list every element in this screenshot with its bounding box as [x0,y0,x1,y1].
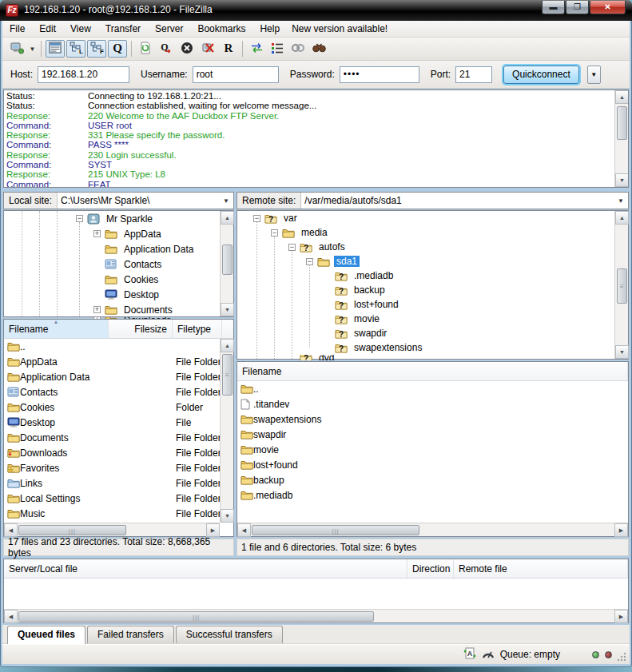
menu-item-edit[interactable]: Edit [32,22,63,36]
log-vertical-scrollbar[interactable]: ▲ ▼ [614,90,628,187]
file-row-music[interactable]: MusicFile Folder [4,506,220,521]
scroll-up-arrow[interactable]: ▲ [221,339,234,352]
expand-plus-icon[interactable]: + [93,230,101,237]
toggle-transfer-queue-button[interactable]: Q [108,40,127,58]
scroll-left-arrow[interactable]: ◀ [4,610,18,623]
scroll-down-arrow[interactable]: ▼ [221,303,234,316]
chevron-down-icon[interactable]: ▼ [618,197,624,205]
title-bar[interactable]: Fz 192.168.1.20 - root@192.168.1.20 - Fi… [0,0,632,21]
tab-failed-transfers[interactable]: Failed transfers [87,626,174,643]
tree-item-backup[interactable]: ?backup [237,283,628,297]
file-row-desktop[interactable]: DesktopFile [4,415,220,430]
host-input[interactable] [38,66,129,83]
scroll-thumb[interactable]: ≡ [222,354,233,396]
scroll-left-arrow[interactable]: ◀ [237,523,251,537]
queue-horizontal-scrollbar[interactable]: ◀ ||| ▶ [4,609,628,622]
scroll-down-arrow[interactable]: ▼ [615,345,629,359]
tree-item-sda1[interactable]: −sda1 [237,254,628,268]
site-manager-dropdown[interactable]: ▼ [27,40,38,58]
scroll-thumb[interactable] [222,245,233,275]
cancel-operation-button[interactable] [177,40,197,58]
column-header-filetype[interactable]: Filetype [173,320,222,338]
menu-item-server[interactable]: Server [148,22,190,36]
tab-successful-transfers[interactable]: Successful transfers [176,626,283,643]
tree-item-cookies[interactable]: Cookies [4,272,233,287]
local-list-horizontal-scrollbar[interactable]: ◀ ||| ▶ [4,523,220,536]
toggle-local-tree-button[interactable]: L [66,40,85,58]
tree-item-media[interactable]: −media [237,225,628,240]
collapse-minus-icon[interactable]: − [76,215,83,222]
port-input[interactable] [455,66,492,83]
file-row-favorites[interactable]: ★FavoritesFile Folder [4,460,220,475]
file-row-movie[interactable]: movie [237,442,628,457]
column-header-filename[interactable]: Filename [237,362,628,380]
collapse-minus-icon[interactable]: − [253,215,260,222]
file-row-local-settings[interactable]: Local SettingsFile Folder [4,491,220,506]
toggle-message-log-button[interactable] [46,40,65,58]
collapse-minus-icon[interactable]: − [306,258,313,265]
tree-item-lost-found[interactable]: ?lost+found [237,297,628,312]
scroll-thumb[interactable]: ||| [18,525,126,535]
queue-column-remote-file[interactable]: Remote file [454,559,628,578]
scroll-down-arrow[interactable]: ▼ [615,173,629,187]
menu-item-help[interactable]: Help [252,22,287,36]
file-row-lost-found[interactable]: lost+found [237,457,628,472]
scroll-thumb[interactable]: ≡ [617,268,627,304]
tree-item-application-data[interactable]: Application Data [4,241,233,256]
tree-item-autofs[interactable]: −?autofs [237,240,628,254]
tree-item-swapextensions[interactable]: ?swapextensions [237,340,628,355]
compare-directories-button[interactable] [247,40,266,58]
close-button[interactable]: ✕ [590,1,626,14]
collapse-minus-icon[interactable]: − [288,244,296,251]
scroll-right-arrow[interactable]: ▶ [614,610,628,623]
remote-tree-vertical-scrollbar[interactable]: ▲ ≡ ▼ [614,211,628,359]
local-tree-vertical-scrollbar[interactable]: ▲ ▼ [220,211,233,316]
refresh-button[interactable] [136,40,155,58]
file-row-backup[interactable]: backup [237,472,628,487]
username-input[interactable] [193,66,279,83]
scroll-right-arrow[interactable]: ▶ [206,523,220,537]
quickconnect-button[interactable]: Quickconnect [503,66,579,84]
menu-item-view[interactable]: View [63,22,98,36]
tree-item-desktop[interactable]: Desktop [4,287,233,302]
menu-item-file[interactable]: File [2,22,32,36]
file-row-swapextensions[interactable]: swapextensions [237,412,628,427]
file-row-application-data[interactable]: Application DataFile Folder [4,369,220,384]
scroll-up-arrow[interactable]: ▲ [615,211,629,225]
column-header-filesize[interactable]: Filesize [109,320,173,338]
site-manager-button[interactable] [7,40,26,58]
file-row--[interactable]: .. [4,339,220,354]
file-row-contacts[interactable]: ContactsFile Folder [4,384,220,400]
resize-grip[interactable] [617,652,626,662]
chevron-down-icon[interactable]: ▼ [223,197,229,205]
find-files-button[interactable] [309,40,328,58]
password-input[interactable] [340,66,419,83]
column-header-filename[interactable]: Filename▲ [4,320,109,338]
scroll-right-arrow[interactable]: ▶ [614,523,628,537]
scroll-thumb[interactable]: ||| [18,611,374,622]
file-row-downloads[interactable]: DownloadsFile Folder [4,445,220,460]
file-row--[interactable]: .. [237,381,628,396]
file-row-links[interactable]: LinksFile Folder [4,475,220,491]
tab-queued-files[interactable]: Queued files [7,626,85,644]
new-version-notice[interactable]: New version available! [287,22,392,36]
tree-item-appdata[interactable]: +AppData [4,226,233,241]
file-row-documents[interactable]: DocumentsFile Folder [4,430,220,445]
file-row-swapdir[interactable]: swapdir [237,427,628,442]
scroll-up-arrow[interactable]: ▲ [615,90,629,104]
scroll-thumb[interactable] [617,106,627,140]
scroll-down-arrow[interactable]: ▼ [221,509,234,523]
tree-item-mr-sparkle[interactable]: −Mr Sparkle [4,211,233,226]
tree-item-swapdir[interactable]: ?swapdir [237,326,628,340]
toggle-remote-tree-button[interactable]: F [87,40,106,58]
minimize-button[interactable]: ▬ [542,1,565,14]
tree-item-var[interactable]: −?var [237,211,628,225]
maximize-button[interactable]: ❐ [566,1,589,14]
scroll-left-arrow[interactable]: ◀ [4,523,18,537]
queue-column-server-local-file[interactable]: Server/Local file [4,559,407,578]
tree-item-documents[interactable]: +Documents [4,302,233,317]
remote-list-horizontal-scrollbar[interactable]: ◀ ||| ▶ [237,523,628,536]
menu-item-transfer[interactable]: Transfer [98,22,148,36]
tree-item-dvd[interactable]: ?dvd [237,355,628,360]
file-row-cookies[interactable]: CookiesFolder [4,400,220,415]
